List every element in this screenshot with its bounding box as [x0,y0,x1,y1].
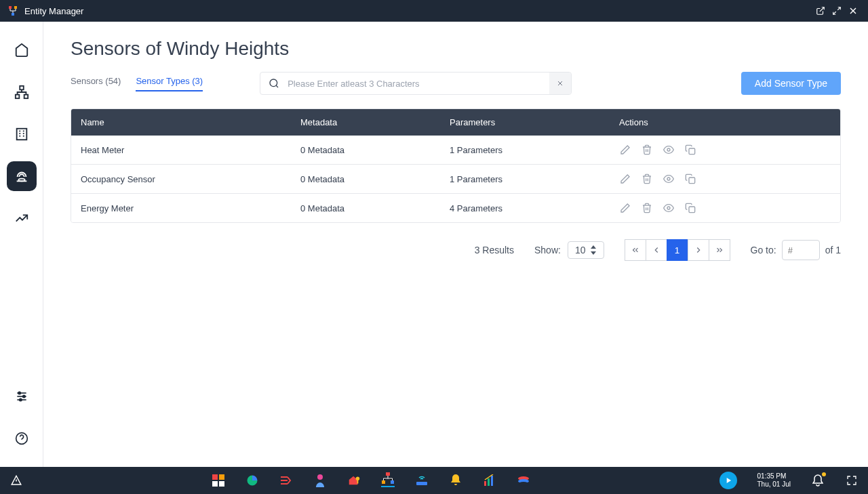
clear-search-icon[interactable] [549,73,571,94]
cell-parameters: 1 Parameters [450,174,619,184]
nav-settings[interactable] [7,382,37,411]
app-icon [7,5,19,17]
svg-rect-8 [20,86,24,89]
svg-point-18 [18,179,24,182]
edit-icon[interactable] [619,202,631,214]
nav-sensors[interactable] [7,161,37,191]
app-title: Entity Manager [24,6,83,16]
taskbar-homekey-icon[interactable] [347,474,361,487]
nav-home[interactable] [7,35,37,65]
taskbar-layers-icon[interactable] [517,474,530,487]
page-prev[interactable] [646,239,667,261]
taskbar: 01:35 PM Thu, 01 Jul [0,467,868,494]
table-row: Occupancy Sensor 0 Metadata 1 Parameters [71,165,840,194]
taskbar-user-icon[interactable] [313,474,327,487]
table-header: Name Metadata Parameters Actions [71,109,840,136]
goto-label: Go to: [751,245,776,255]
page-size-select[interactable]: 10 [568,241,604,259]
nav-building[interactable] [7,119,37,149]
delete-icon[interactable] [641,144,653,156]
taskbar-router-icon[interactable] [415,474,429,487]
nav-help[interactable] [7,424,37,453]
show-label: Show: [534,245,561,255]
taskbar-fullscreen-icon[interactable] [845,474,859,487]
cell-actions [619,202,831,214]
edit-icon[interactable] [619,144,631,156]
cell-actions [619,144,831,156]
popout-icon[interactable] [812,3,829,19]
view-icon[interactable] [663,173,675,185]
titlebar: Entity Manager [0,0,868,22]
svg-point-35 [667,207,670,209]
page-number[interactable]: 1 [667,239,688,261]
results-count: 3 Results [475,245,514,255]
svg-rect-57 [491,476,493,486]
page-first[interactable] [625,239,646,261]
svg-line-28 [276,85,278,87]
taskbar-tree-icon[interactable] [381,474,395,487]
svg-rect-52 [382,480,385,484]
copy-icon[interactable] [684,202,696,214]
taskbar-bars-icon[interactable] [483,474,496,487]
main-content: Sensors of Windy Heights Sensors (54) Se… [43,22,868,467]
cell-metadata: 0 Metadata [300,203,450,213]
maximize-icon[interactable] [829,3,845,19]
sensor-types-table: Name Metadata Parameters Actions Heat Me… [71,108,841,223]
page-next[interactable] [688,239,709,261]
add-sensor-type-button[interactable]: Add Sensor Type [741,72,841,95]
svg-rect-11 [16,129,26,140]
svg-rect-42 [219,474,224,480]
pagination-nav: 1 [625,239,730,261]
svg-rect-56 [488,478,490,486]
sidebar [0,22,43,467]
svg-marker-61 [726,478,730,483]
view-icon[interactable] [663,144,675,156]
svg-rect-9 [15,95,19,99]
svg-rect-43 [212,481,218,487]
svg-marker-37 [591,245,596,249]
taskbar-logo-icon[interactable] [9,474,23,487]
svg-rect-1 [14,6,17,9]
svg-rect-36 [689,207,695,213]
copy-icon[interactable] [684,144,696,156]
svg-rect-0 [9,6,12,9]
svg-rect-2 [12,13,14,16]
delete-icon[interactable] [641,173,653,185]
search-input[interactable] [288,79,549,89]
edit-icon[interactable] [619,173,631,185]
view-icon[interactable] [663,202,675,214]
nav-analytics[interactable] [7,203,37,233]
svg-rect-44 [219,481,224,487]
taskbar-play-icon[interactable] [719,472,737,489]
cell-metadata: 0 Metadata [300,145,450,155]
col-header-metadata: Metadata [300,117,450,127]
tab-sensor-types[interactable]: Sensor Types (3) [136,76,203,91]
taskbar-pie-icon[interactable] [245,474,259,487]
taskbar-bell-icon[interactable] [449,474,462,487]
svg-rect-51 [386,472,390,476]
page-title: Sensors of Windy Heights [71,38,841,60]
svg-point-31 [667,148,670,151]
svg-rect-34 [689,178,695,184]
svg-point-60 [518,482,529,486]
taskbar-grid-icon[interactable] [212,474,225,487]
taskbar-notifications-icon[interactable] [811,474,825,487]
svg-point-33 [667,178,670,180]
delete-icon[interactable] [641,202,653,214]
col-header-actions: Actions [619,117,831,127]
nav-hierarchy[interactable] [7,77,37,107]
svg-rect-50 [357,480,359,483]
svg-line-4 [837,7,840,10]
close-icon[interactable] [845,3,861,19]
tab-sensors[interactable]: Sensors (54) [71,76,121,91]
goto-input[interactable] [782,240,820,260]
svg-line-5 [833,12,836,14]
table-row: Heat Meter 0 Metadata 1 Parameters [71,136,840,165]
page-last[interactable] [709,239,730,261]
svg-point-22 [18,392,20,394]
col-header-name: Name [81,117,300,127]
copy-icon[interactable] [684,173,696,185]
search-icon [260,78,288,89]
taskbar-flow-icon[interactable] [279,474,293,487]
svg-rect-53 [391,480,394,484]
